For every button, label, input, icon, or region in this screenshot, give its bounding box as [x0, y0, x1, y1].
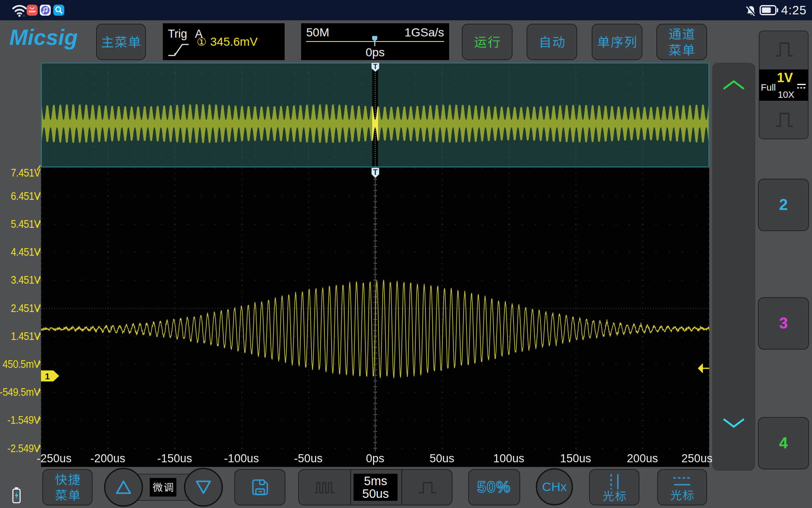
triangle-down-icon	[195, 480, 212, 495]
trigger-level-arrow[interactable]	[697, 363, 709, 374]
svg-text:T: T	[373, 168, 378, 177]
pulse-train-icon	[314, 479, 336, 496]
channel2-button[interactable]: 2	[758, 179, 809, 231]
waveform-canvas	[41, 63, 709, 467]
voltage-label: 4.451V	[11, 246, 40, 259]
channel-menu-button[interactable]	[656, 24, 707, 60]
channel1-scale: 1V	[777, 70, 793, 86]
voltage-label: 7.451V	[11, 166, 40, 179]
channel3-button[interactable]: 3	[758, 297, 809, 350]
status-time: 4:25	[781, 3, 807, 17]
time-label: -50us	[294, 452, 323, 465]
music-icon[interactable]	[40, 5, 51, 16]
voltage-label: 6.451V	[11, 189, 40, 202]
trigger-fifty-button[interactable]: 50%	[468, 469, 520, 505]
triangle-up-icon	[115, 480, 132, 495]
run-label	[474, 36, 500, 48]
timebase-trigger-marker[interactable]	[371, 36, 378, 47]
timebase-shrink-button[interactable]	[402, 470, 453, 505]
time-label: 150us	[560, 452, 591, 465]
run-button[interactable]	[462, 24, 513, 60]
divider	[350, 470, 351, 505]
channel1-bandwidth: Full	[761, 82, 776, 93]
auto-button[interactable]	[527, 24, 577, 60]
time-label: -100us	[224, 452, 259, 465]
notifications-off-icon	[746, 5, 757, 16]
time-label: 100us	[493, 452, 524, 465]
main-menu-label	[101, 36, 141, 48]
trigger-level-value: 345.6mV	[210, 35, 258, 49]
appgallery-icon[interactable]	[27, 5, 38, 16]
sample-rate-value: 1GSa/s	[405, 26, 444, 39]
voltage-label: 3.451V	[11, 273, 40, 287]
trigger-label: Trig	[168, 28, 187, 41]
status-bar: 4:25	[0, 0, 812, 20]
time-label: 50us	[430, 452, 455, 465]
time-label: -250us	[37, 452, 72, 465]
pulse-down-icon[interactable]	[775, 111, 794, 128]
search-icon[interactable]	[53, 5, 64, 16]
timebase-zoom-value: 50us	[362, 487, 389, 500]
chx-button[interactable]: CHx	[536, 468, 573, 505]
chevron-up-icon[interactable]	[722, 79, 746, 91]
left-scale-ticks	[36, 165, 41, 453]
bandwidth-value: 50M	[306, 26, 329, 39]
channel1-probe: 10X	[778, 89, 794, 100]
single-seq-label	[597, 36, 637, 48]
save-button[interactable]	[234, 469, 285, 505]
battery-icon	[760, 5, 778, 15]
cursor-horizontal-button[interactable]	[657, 469, 707, 505]
main-menu-button[interactable]	[96, 24, 146, 60]
voltage-label: 450.5mV	[3, 358, 40, 371]
svg-text:T: T	[373, 63, 378, 71]
quick-menu-button[interactable]	[42, 469, 93, 505]
trigger-flag-main[interactable]: T	[371, 168, 379, 178]
cursor-horizontal-label	[670, 489, 694, 501]
voltage-label: -2.549V	[8, 442, 40, 455]
fine-tune-label	[153, 482, 174, 492]
battery-charging-icon	[11, 487, 22, 504]
voltage-label: 2.451V	[11, 301, 40, 315]
time-label: -200us	[91, 452, 126, 465]
pulse-up-icon[interactable]	[775, 41, 794, 58]
cursor-vertical-label	[603, 490, 626, 502]
trigger-info-box[interactable]: Trig A ① 345.6mV	[163, 23, 285, 60]
cursor-vertical-button[interactable]	[589, 469, 639, 505]
time-label: -150us	[157, 452, 192, 465]
time-label: 0ps	[366, 452, 384, 465]
timebase-delay-value: 0ps	[365, 46, 384, 59]
quick-menu-label	[55, 473, 80, 501]
dc-coupling-icon	[797, 83, 806, 89]
save-icon	[250, 478, 270, 497]
trigger-flag-overview[interactable]: T	[371, 63, 379, 72]
channel2-label: 2	[779, 196, 788, 214]
voltage-label: 1.451V	[11, 329, 40, 342]
timebase-value-box[interactable]: 5ms 50us	[354, 474, 398, 501]
side-scroll-panel	[712, 63, 755, 471]
chevron-down-icon[interactable]	[722, 417, 746, 429]
timebase-info-box[interactable]: 50M 1GSa/s 0ps	[301, 23, 449, 60]
chx-label: CHx	[542, 480, 567, 494]
fine-tune-label-box	[150, 478, 176, 497]
channel4-button[interactable]: 4	[758, 417, 809, 469]
channel3-label: 3	[779, 315, 788, 332]
single-seq-button[interactable]	[592, 24, 642, 60]
timebase-group: 5ms 50us	[298, 469, 453, 505]
channel1-control-group[interactable]: 1V Full 10X	[759, 30, 809, 139]
voltage-label: -549.5mV	[0, 386, 40, 399]
vertical-cursors-icon	[606, 473, 623, 490]
wifi-icon	[12, 4, 27, 17]
trigger-channel-badge: ①	[197, 36, 206, 49]
step-up-button[interactable]	[104, 468, 143, 507]
timebase-expand-button[interactable]	[299, 470, 350, 505]
channel4-label: 4	[779, 434, 788, 452]
oscilloscope-screen: 4:25 Micsig Trig A ① 345.6mV 50M 1GSa/s …	[0, 0, 812, 508]
step-down-button[interactable]	[184, 468, 223, 507]
horizontal-cursors-icon	[672, 474, 692, 489]
channel1-position-marker[interactable]: 1	[41, 370, 60, 382]
voltage-label: -1.549V	[8, 414, 40, 427]
waveform-display[interactable]: T T 1	[41, 63, 709, 467]
time-label: 250us	[681, 452, 713, 465]
channel1-info-box[interactable]: 1V Full 10X	[759, 69, 808, 101]
brand-logo: Micsig	[9, 25, 78, 50]
